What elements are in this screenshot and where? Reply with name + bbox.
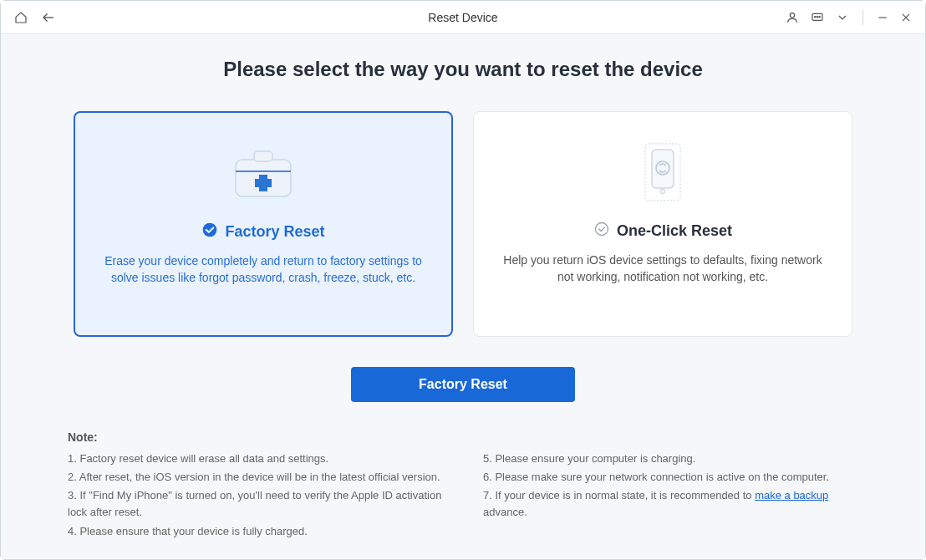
chevron-down-icon[interactable] — [836, 11, 849, 24]
title-bar: Reset Device — [1, 1, 925, 34]
title-bar-left — [14, 10, 56, 25]
svg-rect-6 — [254, 151, 272, 161]
close-icon[interactable] — [900, 12, 912, 23]
minimize-icon[interactable] — [877, 12, 888, 23]
app-window: Reset Device — [0, 0, 926, 560]
svg-point-2 — [815, 16, 816, 17]
notes-label: Note: — [68, 430, 858, 444]
reset-options: Factory Reset Erase your device complete… — [68, 111, 858, 337]
svg-rect-9 — [255, 179, 272, 187]
one-click-reset-title: One-Click Reset — [617, 222, 732, 240]
window-title: Reset Device — [428, 11, 497, 24]
back-icon[interactable] — [41, 10, 56, 25]
user-icon[interactable] — [786, 11, 799, 24]
svg-point-10 — [203, 223, 217, 237]
notes-column-right: 5. Please ensure your computer is chargi… — [483, 451, 858, 542]
factory-reset-title-row: Factory Reset — [201, 221, 324, 242]
note-item: 2. After reset, the iOS version in the d… — [68, 469, 443, 486]
one-click-reset-title-row: One-Click Reset — [593, 221, 732, 241]
note-item: 1. Factory reset device will erase all d… — [68, 451, 443, 467]
svg-point-3 — [817, 16, 817, 17]
note-item: 3. If "Find My iPhone" is turned on, you… — [68, 487, 443, 521]
note-text: 7. If your device is in normal state, it… — [483, 489, 755, 501]
note-item: 7. If your device is in normal state, it… — [483, 487, 858, 521]
check-circle-outline-icon — [593, 221, 610, 241]
feedback-icon[interactable] — [811, 11, 824, 24]
separator — [862, 10, 863, 25]
note-item: 5. Please ensure your computer is chargi… — [483, 451, 858, 467]
notes-column-left: 1. Factory reset device will erase all d… — [68, 451, 443, 542]
note-item: 4. Please ensure that your device is ful… — [68, 523, 443, 540]
content-area: Please select the way you want to reset … — [1, 34, 925, 559]
home-icon[interactable] — [14, 11, 28, 24]
one-click-reset-icon — [630, 139, 695, 206]
svg-point-4 — [819, 16, 820, 17]
notes-section: Note: 1. Factory reset device will erase… — [68, 430, 858, 542]
make-backup-link[interactable]: make a backup — [755, 489, 828, 501]
svg-point-14 — [661, 190, 665, 194]
one-click-reset-desc: Help you return iOS device settings to d… — [497, 252, 828, 285]
factory-reset-title: Factory Reset — [225, 223, 324, 241]
svg-point-0 — [790, 13, 794, 17]
note-item: 6. Please make sure your network connect… — [483, 469, 858, 486]
check-circle-icon — [201, 221, 218, 242]
factory-reset-icon — [231, 140, 296, 206]
factory-reset-card[interactable]: Factory Reset Erase your device complete… — [74, 111, 453, 337]
note-text: advance. — [483, 506, 527, 518]
page-heading: Please select the way you want to reset … — [68, 58, 858, 81]
svg-rect-12 — [652, 150, 674, 188]
factory-reset-button[interactable]: Factory Reset — [351, 367, 575, 402]
notes-columns: 1. Factory reset device will erase all d… — [68, 451, 858, 542]
title-bar-right — [786, 10, 912, 25]
svg-point-15 — [595, 223, 608, 236]
one-click-reset-card[interactable]: One-Click Reset Help you return iOS devi… — [473, 111, 852, 337]
factory-reset-desc: Erase your device completely and return … — [99, 253, 428, 286]
